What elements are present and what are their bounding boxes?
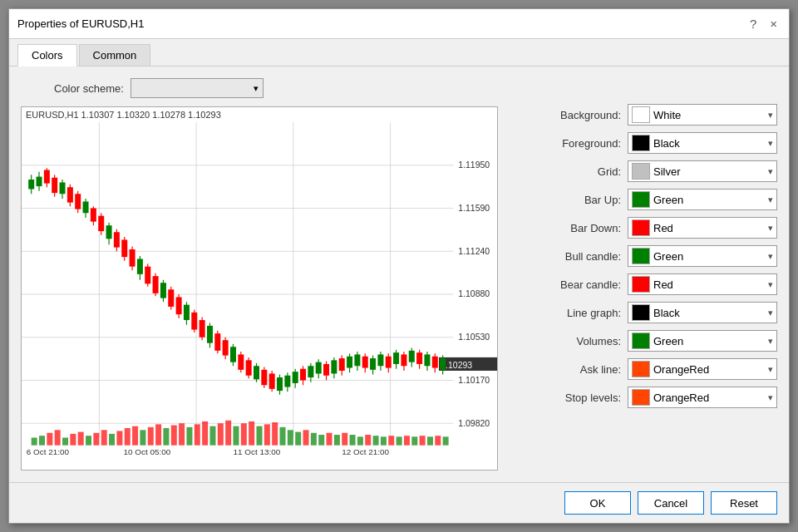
color-select-arrow-2: ▾	[768, 166, 776, 177]
svg-rect-177	[404, 436, 410, 446]
color-row: Foreground:Black▾	[511, 131, 777, 155]
color-swatch-9	[632, 361, 650, 377]
color-value-label-8: Green	[653, 335, 768, 347]
color-row-label: Line graph:	[546, 307, 621, 319]
color-value-label-5: Green	[653, 250, 768, 263]
svg-rect-135	[78, 432, 84, 446]
svg-rect-171	[357, 436, 363, 445]
tab-content: Color scheme: EURUSD,H1 1.10307 1.10320 …	[9, 66, 789, 482]
color-row: Background:White▾	[511, 103, 777, 126]
color-select-10[interactable]: OrangeRed▾	[628, 387, 777, 408]
reset-button[interactable]: Reset	[711, 491, 777, 515]
svg-rect-68	[207, 326, 213, 343]
footer: OK Cancel Reset	[9, 482, 789, 523]
svg-rect-166	[318, 435, 324, 446]
color-row: Stop levels:OrangeRed▾	[511, 386, 777, 409]
color-row-label: Bull candle:	[546, 250, 621, 263]
color-row-label: Bear candle:	[546, 278, 621, 291]
color-select-8[interactable]: Green▾	[628, 330, 777, 352]
color-select-6[interactable]: Red▾	[628, 273, 777, 295]
color-swatch-3	[632, 191, 650, 208]
svg-rect-66	[200, 320, 205, 337]
svg-rect-155	[233, 426, 239, 446]
color-select-7[interactable]: Black▾	[628, 302, 777, 323]
svg-rect-129	[32, 438, 37, 446]
svg-rect-157	[249, 421, 254, 446]
color-swatch-6	[632, 276, 650, 293]
svg-rect-96	[316, 362, 322, 374]
svg-rect-180	[427, 436, 433, 445]
svg-rect-181	[435, 436, 441, 446]
color-scheme-select[interactable]	[131, 78, 264, 98]
color-swatch-4	[632, 219, 650, 236]
svg-rect-54	[153, 276, 159, 293]
svg-rect-24	[37, 177, 42, 187]
color-select-3[interactable]: Green▾	[628, 189, 777, 210]
tab-colors[interactable]: Colors	[17, 44, 77, 66]
svg-rect-124	[424, 354, 430, 366]
cancel-button[interactable]: Cancel	[638, 491, 704, 515]
svg-rect-152	[209, 426, 215, 446]
close-button[interactable]: ×	[766, 17, 781, 31]
svg-rect-82	[261, 370, 267, 385]
svg-text:1.10530: 1.10530	[458, 332, 490, 342]
color-row-label: Ask line:	[546, 363, 621, 376]
svg-rect-46	[121, 239, 127, 257]
help-button[interactable]: ?	[746, 17, 760, 31]
svg-rect-94	[308, 366, 313, 377]
svg-rect-98	[323, 364, 329, 376]
ok-button[interactable]: OK	[564, 491, 631, 515]
svg-rect-163	[295, 432, 301, 446]
color-swatch-8	[632, 332, 650, 349]
color-select-arrow-4: ▾	[768, 223, 776, 234]
svg-rect-114	[386, 357, 392, 368]
color-select-1[interactable]: Black▾	[628, 132, 777, 154]
color-row-label: Background:	[546, 109, 621, 121]
svg-rect-147	[171, 426, 177, 446]
svg-text:1.11590: 1.11590	[458, 204, 490, 213]
svg-rect-133	[62, 438, 68, 446]
svg-rect-28	[52, 178, 57, 193]
color-value-label-2: Silver	[653, 165, 768, 178]
svg-rect-88	[284, 376, 290, 387]
color-swatch-1	[632, 135, 650, 151]
color-select-arrow-7: ▾	[768, 308, 776, 318]
svg-rect-161	[280, 427, 286, 446]
svg-rect-118	[401, 354, 406, 366]
color-select-0[interactable]: White▾	[628, 104, 777, 126]
color-select-arrow-1: ▾	[768, 138, 776, 149]
color-select-9[interactable]: OrangeRed▾	[628, 358, 777, 380]
color-select-4[interactable]: Red▾	[628, 217, 777, 239]
color-value-label-1: Black	[653, 137, 768, 150]
color-select-2[interactable]: Silver▾	[628, 160, 777, 182]
color-row: Bear candle:Red▾	[511, 273, 777, 296]
color-scheme-row: Color scheme:	[21, 78, 498, 98]
color-select-arrow-3: ▾	[768, 195, 776, 205]
color-row-label: Bar Down:	[546, 222, 621, 234]
svg-rect-173	[373, 436, 379, 446]
color-select-arrow-6: ▾	[768, 279, 776, 290]
svg-rect-178	[411, 436, 417, 445]
color-select-arrow-9: ▾	[768, 364, 776, 375]
color-select-arrow-8: ▾	[768, 336, 776, 347]
svg-rect-34	[75, 194, 81, 209]
svg-text:12 Oct 21:00: 12 Oct 21:00	[342, 447, 389, 456]
svg-rect-120	[409, 351, 415, 362]
svg-rect-169	[342, 433, 347, 446]
svg-rect-146	[163, 428, 169, 446]
color-value-label-10: OrangeRed	[653, 392, 768, 404]
properties-dialog: Properties of EURUSD,H1 ? × Colors Commo…	[8, 8, 790, 524]
svg-rect-90	[293, 372, 298, 383]
color-value-label-0: White	[653, 109, 768, 121]
color-select-5[interactable]: Green▾	[628, 245, 777, 267]
color-value-label-4: Red	[653, 222, 768, 234]
tab-common[interactable]: Common	[79, 44, 151, 66]
left-panel: Color scheme: EURUSD,H1 1.10307 1.10320 …	[21, 78, 498, 470]
svg-rect-153	[218, 423, 224, 445]
color-value-label-9: OrangeRed	[653, 363, 768, 376]
color-scheme-select-wrapper[interactable]	[131, 78, 264, 98]
svg-rect-58	[168, 289, 174, 307]
svg-rect-42	[106, 225, 112, 239]
color-row-label: Foreground:	[546, 137, 621, 150]
svg-rect-80	[254, 366, 259, 379]
